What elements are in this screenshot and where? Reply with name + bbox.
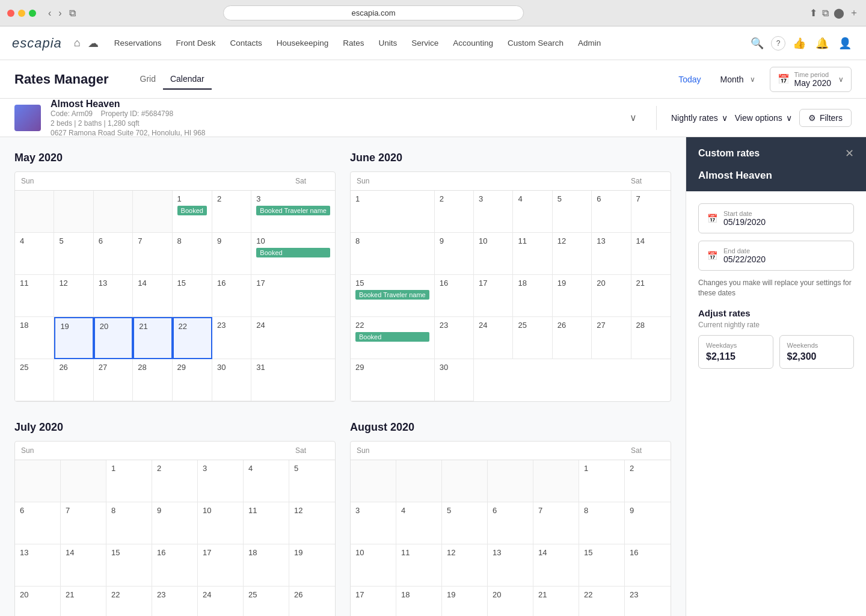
day-cell[interactable]: 25 — [15, 359, 54, 401]
day-cell[interactable]: 15 — [173, 275, 212, 317]
day-cell[interactable]: 12 — [553, 233, 592, 275]
nav-reservations[interactable]: Reservations — [108, 35, 168, 51]
day-cell[interactable]: 31 — [251, 359, 335, 401]
day-cell[interactable]: 9 — [212, 233, 251, 275]
pip-button[interactable]: ⧉ — [822, 7, 829, 19]
day-cell[interactable]: 7 — [631, 191, 671, 233]
day-cell[interactable]: 2 — [435, 191, 474, 233]
nav-admin[interactable]: Admin — [572, 35, 607, 51]
nav-accounting[interactable]: Accounting — [447, 35, 499, 51]
nav-custom-search[interactable]: Custom Search — [502, 35, 570, 51]
day-cell[interactable]: 16 — [152, 544, 198, 587]
day-cell[interactable]: 14 — [61, 544, 106, 587]
day-cell[interactable]: 17 — [198, 544, 244, 587]
day-cell[interactable]: 22Booked — [351, 317, 435, 359]
day-cell[interactable]: 16 — [625, 544, 671, 587]
day-cell[interactable]: 11 — [513, 233, 552, 275]
day-cell[interactable]: 4 — [396, 502, 442, 544]
day-cell[interactable]: 16 — [212, 275, 251, 317]
day-cell[interactable]: 2 — [625, 460, 671, 502]
like-icon[interactable]: 👍 — [790, 34, 808, 52]
day-cell[interactable]: 18 — [396, 587, 442, 616]
day-cell[interactable]: 14 — [533, 544, 579, 587]
day-cell[interactable]: 10 — [351, 544, 396, 587]
day-cell[interactable]: 19 — [289, 544, 335, 587]
day-cell[interactable]: 11 — [15, 275, 54, 317]
day-cell[interactable]: 17 — [251, 275, 335, 317]
day-cell[interactable]: 17 — [474, 275, 513, 317]
day-cell[interactable]: 10 — [198, 502, 244, 544]
nav-housekeeping[interactable]: Housekeeping — [271, 35, 334, 51]
day-cell[interactable]: 18 — [513, 275, 552, 317]
day-cell[interactable]: 12 — [54, 275, 93, 317]
share-button[interactable]: ⬆ — [809, 7, 817, 19]
start-date-field[interactable]: 📅 Start date 05/19/2020 — [698, 203, 854, 233]
day-cell[interactable]: 26 — [289, 587, 335, 616]
day-cell[interactable]: 26 — [54, 359, 93, 401]
day-cell[interactable]: 15 — [579, 544, 625, 587]
day-cell[interactable]: 28 — [631, 317, 671, 359]
day-cell[interactable]: 11 — [396, 544, 442, 587]
profile-button[interactable]: ⬤ — [834, 7, 844, 19]
nav-units[interactable]: Units — [372, 35, 403, 51]
day-cell[interactable]: 17 — [351, 587, 396, 616]
day-cell[interactable]: 9 — [625, 502, 671, 544]
day-cell[interactable]: 6 — [15, 502, 61, 544]
day-cell[interactable]: 13 — [94, 275, 133, 317]
cloud-icon[interactable]: ☁ — [85, 34, 101, 52]
day-cell[interactable]: 8 — [173, 233, 212, 275]
day-cell[interactable]: 24 — [198, 587, 244, 616]
day-cell[interactable]: 8 — [351, 233, 435, 275]
home-icon[interactable]: ⌂ — [72, 34, 83, 52]
day-cell[interactable]: 7 — [61, 502, 106, 544]
day-cell[interactable]: 19 — [553, 275, 592, 317]
day-cell[interactable]: 20 — [15, 587, 61, 616]
end-date-field[interactable]: 📅 End date 05/22/2020 — [698, 241, 854, 271]
day-cell[interactable]: 26 — [553, 317, 592, 359]
view-options-button[interactable]: View options ∨ — [735, 113, 792, 123]
day-cell[interactable]: 18 — [15, 317, 54, 359]
month-selector[interactable]: Month ∨ — [716, 71, 760, 88]
help-icon[interactable]: ? — [771, 36, 785, 51]
day-cell[interactable]: 21 — [133, 317, 172, 359]
property-expand-button[interactable]: ∨ — [625, 109, 642, 126]
day-cell[interactable]: 16 — [435, 275, 474, 317]
filters-button[interactable]: ⚙ Filters — [799, 109, 852, 127]
tab-grid[interactable]: Grid — [133, 69, 163, 90]
new-tab-button[interactable]: ＋ — [849, 7, 859, 19]
day-cell[interactable]: 14 — [133, 275, 172, 317]
day-cell[interactable]: 1 — [351, 191, 435, 233]
day-cell[interactable]: 4 — [513, 191, 552, 233]
day-cell[interactable]: 7 — [533, 502, 579, 544]
weekends-rate-field[interactable]: Weekends $2,300 — [779, 335, 855, 369]
address-bar[interactable]: escapia.com — [223, 5, 524, 20]
day-cell[interactable]: 7 — [133, 233, 172, 275]
day-cell[interactable]: 1 — [579, 460, 625, 502]
minimize-traffic-light[interactable] — [18, 10, 25, 17]
day-cell[interactable]: 19 — [442, 587, 488, 616]
nightly-rates-button[interactable]: Nightly rates ∨ — [671, 113, 728, 123]
day-cell[interactable]: 27 — [592, 317, 631, 359]
day-cell[interactable]: 3Booked Traveler name — [251, 191, 335, 233]
nav-contacts[interactable]: Contacts — [224, 35, 268, 51]
day-cell[interactable]: 5 — [553, 191, 592, 233]
day-cell[interactable]: 1Booked — [173, 191, 212, 233]
day-cell[interactable]: 29 — [351, 359, 435, 401]
day-cell[interactable]: 13 — [592, 233, 631, 275]
nav-rates[interactable]: Rates — [337, 35, 370, 51]
day-cell[interactable]: 6 — [592, 191, 631, 233]
day-cell[interactable]: 21 — [631, 275, 671, 317]
day-cell[interactable]: 29 — [173, 359, 212, 401]
day-cell[interactable]: 13 — [15, 544, 61, 587]
day-cell[interactable]: 11 — [244, 502, 289, 544]
bell-icon[interactable]: 🔔 — [813, 34, 831, 52]
tab-calendar[interactable]: Calendar — [163, 69, 212, 90]
day-cell[interactable]: 27 — [94, 359, 133, 401]
day-cell[interactable]: 23 — [625, 587, 671, 616]
day-cell[interactable]: 21 — [533, 587, 579, 616]
day-cell[interactable]: 2 — [152, 460, 198, 502]
day-cell[interactable]: 8 — [106, 502, 152, 544]
day-cell[interactable]: 3 — [198, 460, 244, 502]
day-cell[interactable]: 9 — [435, 233, 474, 275]
day-cell[interactable]: 10 — [474, 233, 513, 275]
